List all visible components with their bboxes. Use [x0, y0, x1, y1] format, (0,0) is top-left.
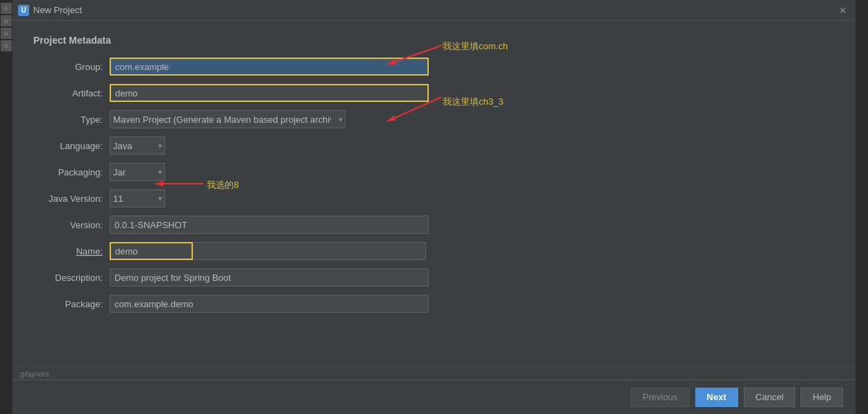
type-row: Type: Maven Project (Generate a Maven ba…	[33, 110, 833, 129]
left-panel-icon-4: ≡	[1, 40, 12, 51]
next-button[interactable]: Next	[695, 388, 738, 407]
name-input-rest[interactable]	[193, 242, 426, 260]
language-select-wrapper: Java	[110, 137, 165, 155]
group-row: Group:	[33, 57, 833, 76]
title-bar-left: U New Project	[18, 5, 82, 16]
artifact-label: Artifact:	[33, 88, 110, 98]
packaging-select-wrapper: Jar	[110, 163, 165, 181]
status-bar: .gitignore	[12, 367, 854, 379]
title-bar: U New Project ✕	[12, 0, 854, 21]
package-input[interactable]	[110, 295, 429, 313]
name-row: Name:	[33, 241, 833, 261]
type-select-wrapper: Maven Project (Generate a Maven based pr…	[110, 110, 346, 128]
help-button[interactable]: Help	[801, 388, 843, 407]
artifact-input[interactable]	[110, 84, 429, 102]
outer-wrapper: ≡ ≡ ≡ ≡ U New Project ✕ Project Metadata…	[0, 0, 868, 414]
description-label: Description:	[33, 273, 110, 283]
content-area: Project Metadata Group: Artifact: Type: …	[12, 21, 854, 367]
left-panel-icon-1: ≡	[1, 3, 12, 14]
java-version-select-wrapper: 11 8	[110, 189, 165, 207]
java-version-label: Java Version:	[33, 193, 110, 204]
packaging-select[interactable]: Jar	[110, 163, 165, 181]
language-row: Language: Java	[33, 136, 833, 155]
cancel-button[interactable]: Cancel	[744, 388, 795, 407]
package-label: Package:	[33, 299, 110, 309]
packaging-row: Packaging: Jar	[33, 162, 833, 182]
close-button[interactable]: ✕	[837, 5, 849, 16]
dialog: U New Project ✕ Project Metadata Group: …	[12, 0, 854, 414]
left-panel-icon-3: ≡	[1, 28, 12, 39]
status-file: .gitignore	[18, 370, 49, 378]
description-input[interactable]	[110, 268, 429, 286]
java-version-select[interactable]: 11 8	[110, 189, 165, 207]
left-panel: ≡ ≡ ≡ ≡	[0, 0, 12, 414]
app-icon: U	[18, 5, 29, 16]
name-input[interactable]	[110, 242, 193, 260]
right-panel	[856, 0, 868, 414]
version-input[interactable]	[110, 216, 429, 234]
version-row: Version:	[33, 215, 833, 234]
window-title: New Project	[33, 5, 82, 15]
previous-button[interactable]: Previous	[631, 388, 690, 407]
artifact-row: Artifact:	[33, 83, 833, 103]
language-label: Language:	[33, 141, 110, 151]
group-label: Group:	[33, 62, 110, 72]
left-panel-icon-2: ≡	[1, 15, 12, 26]
type-select[interactable]: Maven Project (Generate a Maven based pr…	[110, 110, 346, 128]
button-bar: Previous Next Cancel Help	[12, 379, 854, 414]
language-select[interactable]: Java	[110, 137, 165, 155]
description-row: Description:	[33, 268, 833, 287]
section-title: Project Metadata	[33, 35, 833, 46]
version-label: Version:	[33, 220, 110, 230]
group-input[interactable]	[110, 58, 429, 76]
java-version-row: Java Version: 11 8	[33, 189, 833, 208]
name-label: Name:	[33, 246, 110, 257]
package-row: Package:	[33, 294, 833, 313]
type-label: Type:	[33, 114, 110, 125]
packaging-label: Packaging:	[33, 167, 110, 178]
